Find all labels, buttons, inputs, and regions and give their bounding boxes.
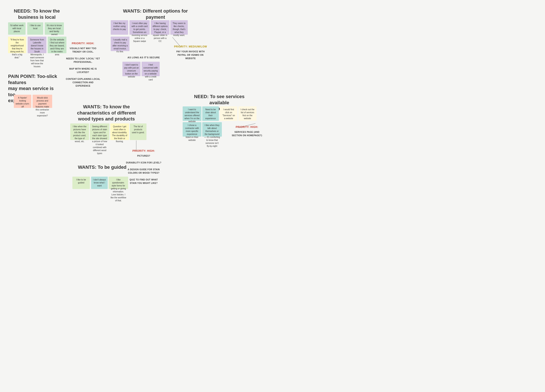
sticky-svc-2: Need to be clear about their experience <box>202 106 219 121</box>
sticky-svc-5: I chose a contractor with more specific … <box>183 122 201 137</box>
main-canvas: NEEDS: To know the business is local I'd… <box>0 0 545 392</box>
sticky-wood-2: Seeing different pictures of stain types… <box>90 123 109 140</box>
sticky-svc-4: I check out the list of services first o… <box>238 106 257 121</box>
sticky-svc-6: I like when they talk about themselves o… <box>202 122 222 137</box>
sticky-pay-5: I usually mail a check to pay after rece… <box>111 37 130 51</box>
sticky-svc-3: I would first click on "Services" on a w… <box>220 106 237 121</box>
sticky-guided-2: I don't always know what I want <box>91 177 108 189</box>
secure-label: AS LONG AS IT'S SECURE <box>122 56 165 60</box>
wants-payment-title: WANTS: Different options forpayment <box>121 8 189 20</box>
sticky-guided-1: I like to be guided <box>72 177 90 189</box>
wants-wood-title: WANTS: To know thecharacteristics of dif… <box>70 104 143 122</box>
sticky-pay-2: I most often pay with a credit card to g… <box>130 20 150 35</box>
priority-local: PRIORITY: HIGH: VISUALS NOT WAY TOOTREND… <box>62 42 104 88</box>
sticky-guided-3: I like questionaire-style forms for gett… <box>109 177 128 189</box>
priority-services: PRIORITY: HIGH: SERVICES PAGE (ANDSECTIO… <box>226 125 268 137</box>
sticky-local-3: It's nice to know they are local and fam… <box>45 22 64 35</box>
sticky-wood-4: The list of products used is good. <box>130 123 147 140</box>
needs-local-title: NEEDS: To know the business is local <box>8 8 66 20</box>
sticky-local-2: I like to use local <box>27 22 43 35</box>
sticky-wood-3: Question I get most often is about durab… <box>110 123 129 140</box>
sticky-pay-3: I like having different options to pay: … <box>151 20 169 35</box>
sticky-secure-1: I don't want to pay with just an unsecur… <box>122 62 141 76</box>
sticky-pain-1: A 'hipster' looking website a turn-off <box>14 95 31 108</box>
sticky-svc-1: I want to understand the services offere… <box>183 106 201 121</box>
sticky-secure-2: I feel concerned with security paying on… <box>142 62 160 76</box>
sticky-pay-4: They seem to like checks, though, that's… <box>170 20 188 35</box>
sticky-local-4: "If they're from the neighborhood that t… <box>8 37 26 53</box>
sticky-local-1: I'd rather work with local places <box>8 22 25 35</box>
wants-guided-title: WANTS: To be guided <box>72 164 132 171</box>
sticky-wood-1: I like when the pictures have info like … <box>70 123 89 140</box>
sticky-pay-1: I feel like my mother using checks to pa… <box>111 20 128 35</box>
sticky-local-5: Someone from Lakeville doesn't know the … <box>28 37 46 53</box>
priority-payment: PRIORITY: MEDIUM/LOW PAY YOUR INVOICE WI… <box>169 45 212 60</box>
sticky-pain-2: Would slick process and payment features… <box>33 95 52 108</box>
